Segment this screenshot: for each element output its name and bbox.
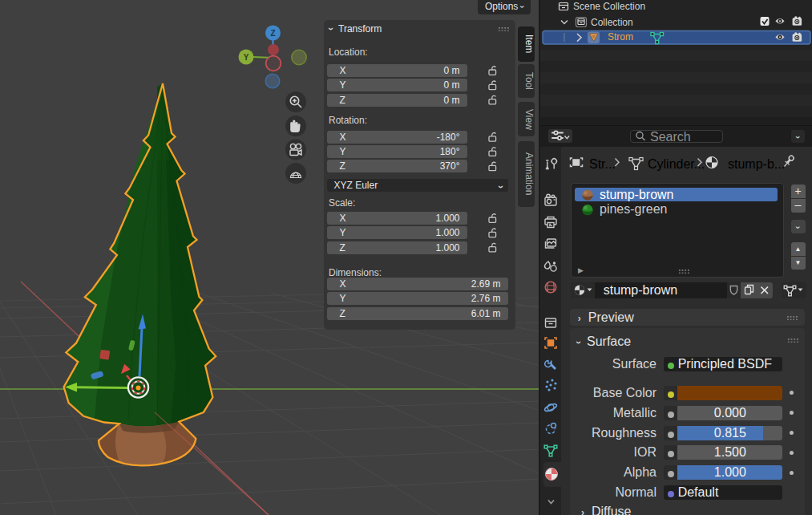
svg-text:Y: Y [244, 53, 249, 62]
svg-text:Z: Z [270, 29, 275, 38]
